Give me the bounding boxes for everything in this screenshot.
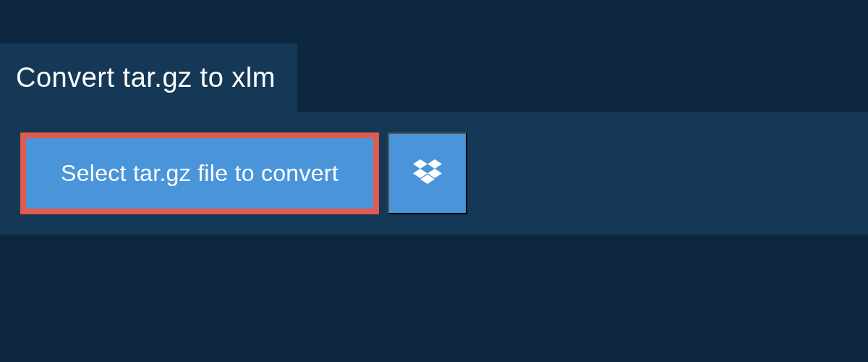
select-file-button[interactable]: Select tar.gz file to convert xyxy=(20,132,379,214)
dropbox-icon xyxy=(413,159,442,188)
content-panel: Select tar.gz file to convert xyxy=(0,112,868,235)
header-tab: Convert tar.gz to xlm xyxy=(0,43,297,112)
dropbox-button[interactable] xyxy=(388,132,467,214)
page-title: Convert tar.gz to xlm xyxy=(16,62,276,93)
button-row: Select tar.gz file to convert xyxy=(20,132,848,214)
select-file-label: Select tar.gz file to convert xyxy=(61,160,339,187)
